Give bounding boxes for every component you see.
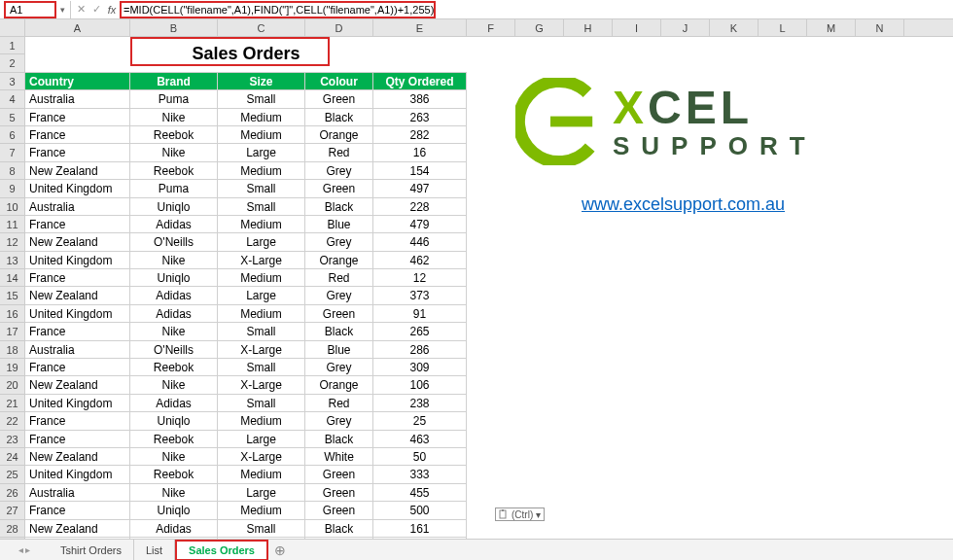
row-header[interactable]: 7 [0, 144, 25, 161]
row-header[interactable]: 13 [0, 252, 25, 269]
cell-qty[interactable]: 265 [373, 323, 467, 340]
cell-colour[interactable]: Black [305, 198, 373, 216]
row-header[interactable]: 17 [0, 323, 25, 340]
cell-qty[interactable]: 238 [373, 395, 467, 412]
cell-country[interactable]: Australia [25, 341, 130, 359]
cell-colour[interactable]: Grey [305, 412, 373, 430]
cell-size[interactable]: Medium [218, 502, 305, 519]
row-header[interactable]: 26 [0, 484, 25, 502]
cell-qty[interactable]: 446 [373, 233, 467, 251]
cell-brand[interactable]: Puma [130, 90, 218, 108]
row-header[interactable]: 6 [0, 126, 25, 144]
row-header[interactable]: 8 [0, 162, 25, 180]
cell-brand[interactable]: Reebok [130, 359, 218, 376]
cell-size[interactable]: Medium [218, 216, 305, 233]
cell-country[interactable]: New Zealand [25, 448, 130, 466]
cell-size[interactable]: Large [218, 484, 305, 502]
cell-size[interactable]: Small [218, 323, 305, 340]
cell-brand[interactable]: Reebok [130, 431, 218, 448]
cell-brand[interactable]: Puma [130, 180, 218, 197]
row-header[interactable]: 4 [0, 90, 25, 108]
row-header-3[interactable]: 3 [0, 73, 25, 90]
cell-brand[interactable]: Nike [130, 252, 218, 269]
cell-qty[interactable]: 282 [373, 126, 467, 144]
cell-colour[interactable]: Grey [305, 162, 373, 180]
cell-qty[interactable]: 154 [373, 162, 467, 180]
cell-country[interactable]: France [25, 269, 130, 287]
cell-size[interactable]: Medium [218, 269, 305, 287]
cell-size[interactable]: Large [218, 431, 305, 448]
tab-sales-orders[interactable]: Sales Orders [175, 540, 268, 561]
cell-size[interactable]: Small [218, 359, 305, 376]
cell-colour[interactable]: Black [305, 520, 373, 538]
row-header[interactable]: 9 [0, 180, 25, 197]
cell-country[interactable]: France [25, 216, 130, 233]
col-header-N[interactable]: N [856, 19, 904, 36]
cell-colour[interactable]: Grey [305, 233, 373, 251]
cell-country[interactable]: New Zealand [25, 520, 130, 538]
header-qty[interactable]: Qty Ordered [373, 73, 467, 90]
cell-brand[interactable]: Nike [130, 109, 218, 126]
cell-colour[interactable]: Black [305, 431, 373, 448]
row-header[interactable]: 21 [0, 395, 25, 412]
cell-brand[interactable]: Nike [130, 484, 218, 502]
cell-brand[interactable]: Nike [130, 448, 218, 466]
row-header[interactable]: 10 [0, 198, 25, 216]
tab-tshirt-orders[interactable]: Tshirt Orders [49, 540, 134, 561]
cell-country[interactable]: New Zealand [25, 233, 130, 251]
cell-size[interactable]: Medium [218, 466, 305, 483]
row-header[interactable]: 14 [0, 269, 25, 287]
cell-country[interactable]: France [25, 109, 130, 126]
cell-colour[interactable]: Black [305, 109, 373, 126]
row-header[interactable]: 12 [0, 233, 25, 251]
cell-colour[interactable]: Red [305, 395, 373, 412]
cell-qty[interactable]: 479 [373, 216, 467, 233]
row-header[interactable]: 25 [0, 466, 25, 483]
cell-qty[interactable]: 455 [373, 484, 467, 502]
row-header[interactable]: 24 [0, 448, 25, 466]
cell-qty[interactable]: 286 [373, 341, 467, 359]
cell-qty[interactable]: 462 [373, 252, 467, 269]
cell-qty[interactable]: 373 [373, 287, 467, 304]
row-header[interactable]: 20 [0, 376, 25, 394]
cell-country[interactable]: France [25, 359, 130, 376]
cell-country[interactable]: United Kingdom [25, 180, 130, 197]
accept-formula-icon[interactable]: ✓ [88, 3, 104, 16]
cell-size[interactable]: X-Large [218, 252, 305, 269]
cell-size[interactable]: Small [218, 180, 305, 197]
cell-brand[interactable]: Nike [130, 323, 218, 340]
cell-size[interactable]: Medium [218, 412, 305, 430]
col-header-G[interactable]: G [515, 19, 564, 36]
cell-qty[interactable]: 263 [373, 109, 467, 126]
cell-country[interactable]: United Kingdom [25, 395, 130, 412]
row-header[interactable]: 27 [0, 502, 25, 519]
cell-colour[interactable]: Grey [305, 359, 373, 376]
cell-colour[interactable]: Green [305, 180, 373, 197]
cell-country[interactable]: New Zealand [25, 287, 130, 304]
name-box[interactable]: A1 [4, 1, 56, 18]
cell-colour[interactable]: Grey [305, 287, 373, 304]
cell-size[interactable]: Medium [218, 126, 305, 144]
cell-size[interactable]: Small [218, 520, 305, 538]
cell-country[interactable]: Australia [25, 90, 130, 108]
cell-qty[interactable]: 50 [373, 448, 467, 466]
cell-brand[interactable]: Adidas [130, 305, 218, 323]
cell-size[interactable]: X-Large [218, 341, 305, 359]
row-header[interactable]: 18 [0, 341, 25, 359]
col-header-F[interactable]: F [467, 19, 515, 36]
support-url-link[interactable]: www.excelsupport.com.au [582, 194, 934, 215]
cell-brand[interactable]: Nike [130, 144, 218, 161]
row-header[interactable]: 28 [0, 520, 25, 538]
col-header-E[interactable]: E [373, 19, 467, 36]
row-header[interactable]: 5 [0, 109, 25, 126]
cell-country[interactable]: Australia [25, 484, 130, 502]
cell-brand[interactable]: Uniqlo [130, 198, 218, 216]
cell-country[interactable]: United Kingdom [25, 252, 130, 269]
col-header-M[interactable]: M [807, 19, 856, 36]
cell-country[interactable]: New Zealand [25, 162, 130, 180]
col-header-A[interactable]: A [25, 19, 130, 36]
cell-colour[interactable]: Blue [305, 341, 373, 359]
cell-country[interactable]: Australia [25, 198, 130, 216]
cell-colour[interactable]: Red [305, 269, 373, 287]
cell-country[interactable]: France [25, 323, 130, 340]
